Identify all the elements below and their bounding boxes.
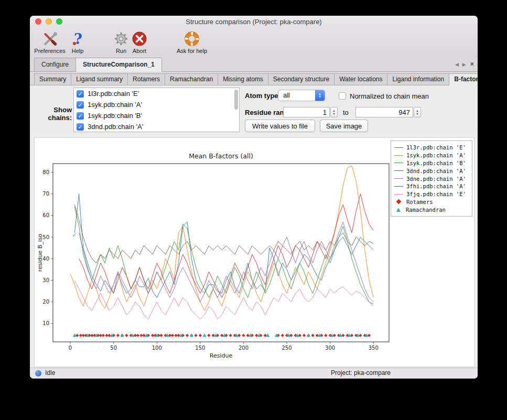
svg-text:50: 50: [110, 345, 117, 351]
toolbar-item-abort[interactable]: Abort: [132, 30, 147, 54]
residue-to-input[interactable]: 947: [355, 107, 413, 117]
triangle-marker-icon: [396, 208, 401, 212]
chain-list-scrollbar[interactable]: [234, 90, 238, 110]
chain-list-item[interactable]: ✓1syk.pdb:chain 'B': [74, 110, 239, 121]
chain-list-item[interactable]: ✓1l3r.pdb:chain 'E': [74, 88, 239, 99]
svg-text:350: 350: [369, 345, 379, 351]
title-bar: Structure comparison (Project: pka-compa…: [30, 16, 478, 27]
chain-list-item[interactable]: ✓1syk.pdb:chain 'A': [74, 99, 239, 110]
svg-text:Residue: Residue: [210, 352, 233, 359]
chain-label: 3dnd.pdb:chain 'A': [88, 123, 143, 131]
legend-entry: 3dne.pdb:chain 'A': [394, 175, 469, 182]
subtab-ligand-information[interactable]: Ligand information: [387, 73, 449, 85]
svg-text:40: 40: [42, 256, 49, 262]
app-window: Structure comparison (Project: pka-compa…: [30, 16, 478, 379]
svg-text:20: 20: [42, 299, 49, 305]
chevron-down-icon: ▼: [318, 95, 321, 99]
close-window-button[interactable]: [35, 18, 41, 25]
status-bar: Idle Project: pka-compare: [30, 368, 478, 379]
svg-text:✓: ✓: [72, 232, 77, 239]
toolbar-item-label: Preferences: [34, 48, 65, 54]
normalized-checkbox[interactable]: [339, 92, 346, 100]
legend-label: Ramachandran: [406, 207, 446, 213]
close-tab-icon[interactable]: ✕: [470, 61, 474, 68]
toolbar-item-ask-for-help[interactable]: Ask for help: [177, 30, 207, 54]
svg-text:200: 200: [239, 345, 249, 351]
normalized-label: Normalized to chain mean: [350, 92, 429, 100]
toolbar-item-label: Abort: [133, 48, 146, 54]
minimize-window-button[interactable]: [46, 18, 52, 25]
save-image-button[interactable]: Save image: [320, 120, 368, 132]
legend-label: 3fjq.pdb:chain 'E': [406, 191, 466, 197]
subtab-missing-atoms[interactable]: Missing atoms: [218, 73, 268, 85]
svg-text:60: 60: [42, 212, 49, 218]
main-tab-bar: ConfigureStructureComparison_1: [30, 58, 478, 72]
tab-scroll-left-icon[interactable]: ◀: [455, 62, 459, 67]
write-values-button[interactable]: Write values to file: [245, 120, 315, 132]
toolbar-item-label: Help: [72, 48, 84, 54]
subtab-ligand-summary[interactable]: Ligand summary: [71, 73, 128, 85]
svg-text:50: 50: [42, 234, 49, 240]
chain-checkbox[interactable]: ✓: [77, 112, 84, 120]
chain-list-item[interactable]: ✓3dnd.pdb:chain 'A': [74, 121, 239, 132]
svg-text:80: 80: [42, 169, 49, 175]
traffic-lights: [35, 18, 62, 25]
subtab-summary[interactable]: Summary: [34, 73, 71, 85]
main-tab-nav: ◀ ▶ ✕: [455, 61, 474, 68]
subtab-water-locations[interactable]: Water locations: [334, 73, 387, 85]
chain-checkbox[interactable]: ✓: [77, 90, 84, 98]
toolbar-item-help[interactable]: ?Help: [70, 30, 85, 54]
legend-entry: 1syk.pdb:chain 'B': [394, 159, 469, 167]
svg-text:150: 150: [195, 345, 205, 351]
dropdown-arrows-icon: ▲ ▼: [315, 90, 325, 101]
chain-label: 1syk.pdb:chain 'B': [88, 112, 142, 120]
residue-from-stepper[interactable]: ▲ ▼: [330, 107, 338, 117]
toolbar-item-label: Ask for help: [177, 48, 207, 54]
tab-structurecomparison_1[interactable]: StructureComparison_1: [75, 58, 162, 72]
toolbar: Preferences?HelpRunAbortAsk for help: [30, 27, 478, 58]
chain-checkbox[interactable]: ✓: [77, 123, 84, 131]
legend-label: 3fhi.pdb:chain 'A': [406, 183, 466, 189]
legend-label: Rotamers: [406, 199, 433, 205]
residue-to-stepper[interactable]: ▲ ▼: [414, 107, 421, 117]
tab-scroll-right-icon[interactable]: ▶: [462, 62, 466, 67]
status-indicator-icon: [35, 370, 41, 376]
atom-type-label: Atom type:: [245, 92, 281, 100]
chart-legend: 1l3r.pdb:chain 'E'1syk.pdb:chain 'A'1syk…: [391, 141, 472, 217]
subtab-ramachandran[interactable]: Ramachandran: [165, 73, 218, 85]
toolbar-item-run[interactable]: Run: [113, 30, 129, 54]
svg-text:250: 250: [282, 345, 292, 351]
diamond-marker-icon: [396, 199, 402, 204]
subtab-secondary-structure[interactable]: Secondary structure: [268, 73, 335, 85]
show-chains-label: Show chains:: [31, 106, 72, 122]
residue-from-input[interactable]: 1: [283, 107, 330, 117]
chain-checkbox[interactable]: ✓: [77, 101, 84, 109]
svg-text:10: 10: [42, 320, 49, 326]
chart-panel: Mean B-factors (all)residue B_isoResidue…: [34, 137, 474, 367]
lifebuoy-icon: [184, 30, 200, 48]
svg-text:Mean B-factors (all): Mean B-factors (all): [189, 152, 253, 160]
legend-label: 3dne.pdb:chain 'A': [406, 176, 466, 182]
legend-label: 1syk.pdb:chain 'B': [406, 160, 466, 166]
legend-entry: Rotamers: [394, 198, 469, 206]
subtab-b-factors[interactable]: B-factors: [449, 73, 478, 85]
preferences-tools-icon: [41, 30, 59, 48]
tab-configure[interactable]: Configure: [34, 58, 76, 71]
legend-label: 3dnd.pdb:chain 'A': [406, 168, 466, 174]
abort-icon: [132, 30, 147, 48]
stepper-down-icon: ▼: [416, 112, 418, 115]
atom-type-dropdown[interactable]: all ▲ ▼: [278, 90, 325, 101]
toolbar-item-preferences[interactable]: Preferences: [34, 30, 65, 54]
chain-list[interactable]: ✓1l3r.pdb:chain 'E'✓1syk.pdb:chain 'A'✓1…: [73, 88, 240, 132]
zoom-window-button[interactable]: [56, 18, 62, 25]
legend-entry: 3fhi.pdb:chain 'A': [394, 182, 469, 190]
subtab-rotamers[interactable]: Rotamers: [127, 73, 165, 85]
chain-label: 1syk.pdb:chain 'A': [88, 101, 142, 109]
legend-entry: 1l3r.pdb:chain 'E': [394, 144, 469, 152]
legend-label: 1syk.pdb:chain 'A': [406, 152, 466, 158]
legend-entry: Ramachandran: [394, 206, 469, 213]
svg-text:?: ?: [74, 31, 82, 47]
atom-type-value: all: [283, 90, 290, 101]
legend-label: 1l3r.pdb:chain 'E': [406, 144, 466, 150]
project-label: Project: pka-compare: [331, 368, 391, 378]
